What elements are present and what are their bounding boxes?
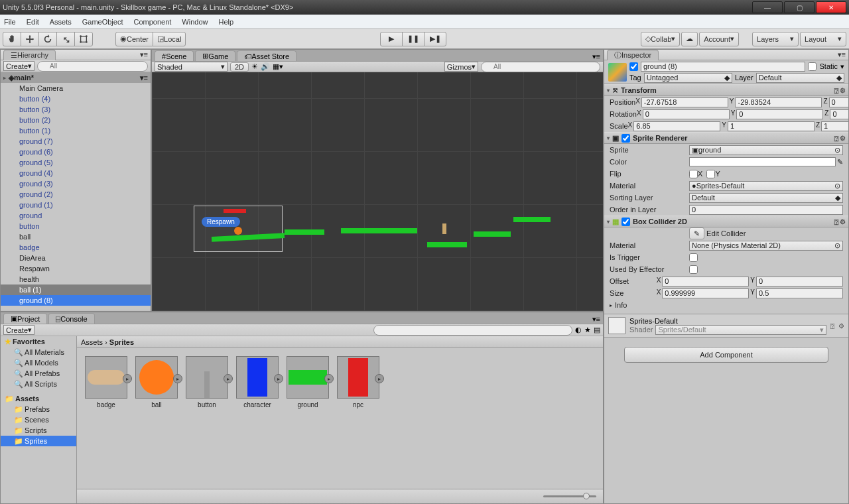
- tool-rect-button[interactable]: [74, 32, 93, 46]
- pivot-local-button[interactable]: ◲ Local: [153, 32, 186, 46]
- menu-assets[interactable]: Assets: [50, 18, 72, 26]
- tool-move-button[interactable]: [21, 32, 39, 46]
- menu-edit[interactable]: Edit: [27, 18, 39, 26]
- menubar: File Edit Assets GameObject Component Wi…: [0, 15, 849, 29]
- window-title: Unity 5.5.0f3 Personal - main.unity - Sk…: [3, 3, 752, 11]
- menu-component[interactable]: Component: [133, 18, 171, 26]
- pause-button[interactable]: ❚❚: [402, 32, 424, 46]
- step-button[interactable]: ▶❚: [424, 32, 446, 46]
- svg-point-2: [86, 35, 88, 37]
- play-button[interactable]: ▶: [380, 32, 403, 46]
- collab-dropdown[interactable]: ◇ Collab ▾: [641, 32, 680, 46]
- menu-help[interactable]: Help: [218, 18, 233, 26]
- menu-gameobject[interactable]: GameObject: [82, 18, 123, 26]
- pivot-center-button[interactable]: ◉ Center: [115, 32, 153, 46]
- cloud-button[interactable]: ☁: [681, 32, 698, 46]
- svg-rect-0: [81, 36, 87, 42]
- window-maximize-button[interactable]: ▢: [784, 1, 815, 13]
- layers-dropdown[interactable]: Layers▾: [752, 32, 799, 46]
- svg-point-4: [86, 41, 88, 43]
- svg-point-1: [80, 35, 82, 37]
- tool-hand-button[interactable]: [3, 32, 21, 46]
- tool-rotate-button[interactable]: [38, 32, 57, 46]
- window-minimize-button[interactable]: —: [752, 1, 783, 13]
- window-close-button[interactable]: ✕: [816, 1, 846, 13]
- toolbar: ◉ Center ◲ Local ▶ ❚❚ ▶❚ ◇ Collab ▾ ☁ Ac…: [0, 29, 849, 49]
- tool-scale-button[interactable]: [56, 32, 75, 46]
- window-titlebar: Unity 5.5.0f3 Personal - main.unity - Sk…: [0, 0, 849, 15]
- svg-point-3: [80, 41, 82, 43]
- menu-window[interactable]: Window: [182, 18, 208, 26]
- menu-file[interactable]: File: [4, 18, 16, 26]
- account-dropdown[interactable]: Account ▾: [699, 32, 739, 46]
- layout-dropdown[interactable]: Layout▾: [800, 32, 846, 46]
